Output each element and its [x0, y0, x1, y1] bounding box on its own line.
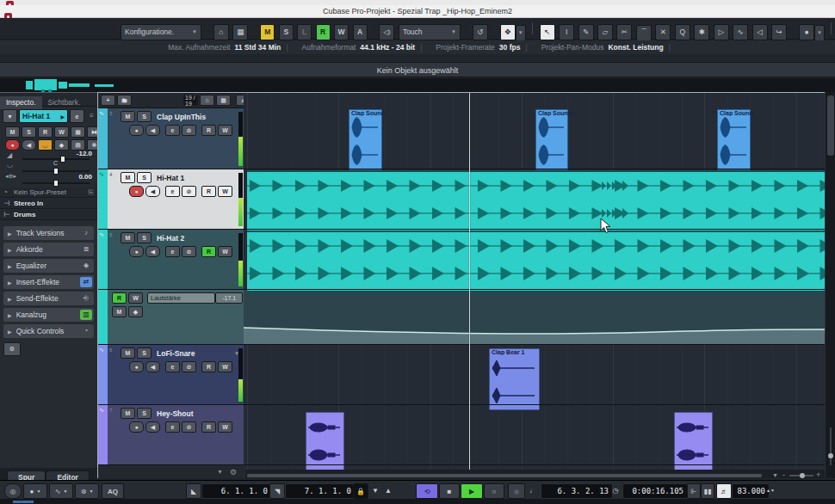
- horizontal-scrollbar[interactable]: [247, 474, 762, 477]
- write-automation-button[interactable]: W: [218, 246, 232, 257]
- midi-record-mode-dropdown[interactable]: ⊛▼: [75, 483, 99, 499]
- global-mute-button[interactable]: M: [260, 24, 275, 40]
- crossfade-tool-icon[interactable]: ✥: [500, 24, 516, 40]
- track-name[interactable]: Hey-Shout: [157, 409, 194, 418]
- record-enable-button[interactable]: ●: [129, 421, 144, 433]
- primary-time-display[interactable]: 6. 3. 2. 13: [541, 483, 613, 499]
- section-track-versions[interactable]: ▶Track Versions♪: [3, 226, 94, 240]
- cycle-button[interactable]: ⟲: [416, 483, 438, 499]
- setup-window-layout-icon[interactable]: ▦: [232, 24, 248, 40]
- freeze-button[interactable]: ⊘: [182, 246, 196, 257]
- mute-button[interactable]: M: [121, 232, 135, 243]
- section-chords[interactable]: ▶Akkorde≣: [3, 243, 94, 256]
- solo-button[interactable]: S: [137, 347, 152, 359]
- solo-button[interactable]: S: [137, 111, 152, 122]
- mute-button[interactable]: M: [121, 172, 135, 183]
- mute-button[interactable]: M: [121, 347, 135, 359]
- play-button[interactable]: ▶: [461, 483, 483, 499]
- add-track-button[interactable]: +: [101, 95, 115, 106]
- monitor-button[interactable]: ◀: [145, 186, 160, 197]
- project-overview-strip[interactable]: [0, 78, 835, 92]
- workspace-dropdown[interactable]: Konfiguratione.▼: [121, 24, 201, 40]
- track-scale-chevron[interactable]: ▼: [217, 469, 223, 475]
- goto-right-locator-button[interactable]: ◥: [269, 483, 285, 499]
- track-header-hey-shout[interactable]: ∿ 7 M S Hey-Shout ● ◀ e ⊘ R W: [98, 405, 244, 465]
- automation-curve[interactable]: [244, 290, 825, 345]
- freeze-button[interactable]: ⊘: [182, 421, 196, 433]
- grid-icon[interactable]: ▦: [216, 95, 231, 106]
- section-channel-strip[interactable]: ▶Kanalzug▥: [3, 308, 94, 322]
- audio-clip-clap-sound[interactable]: Clap Sound: [717, 109, 751, 170]
- auto-scroll-icon[interactable]: ↺: [473, 24, 488, 40]
- track-header-lofi-snare[interactable]: ∿ 6 M S LoFi-Snare ▼ ● ◀ e ⊘ R W: [98, 345, 244, 405]
- read-automation-button[interactable]: R: [201, 421, 216, 433]
- auto-quantize-button[interactable]: AQ: [102, 483, 124, 499]
- pan-slider[interactable]: [22, 170, 90, 172]
- audio-clip-hey-shout[interactable]: [306, 412, 344, 470]
- draw-tool[interactable]: ✎: [578, 24, 594, 40]
- glue-tool[interactable]: ⌒: [636, 25, 652, 41]
- lane-display-icon[interactable]: ▦: [71, 126, 85, 138]
- monitor-button[interactable]: ◀: [145, 361, 160, 372]
- activate-project-icon[interactable]: ⌂: [213, 24, 229, 40]
- read-automation-button[interactable]: R: [112, 292, 127, 304]
- track-color-strip[interactable]: ∿: [98, 169, 108, 229]
- read-automation-button[interactable]: R: [201, 246, 216, 257]
- title-bar[interactable]: Cubase Pro-Projekt - Spezial Trap _Hip-H…: [0, 5, 835, 18]
- write-automation-button[interactable]: W: [218, 186, 232, 197]
- track-preset-row[interactable]: ◔Kein Spur-Preset⎘: [0, 187, 97, 198]
- play-tool[interactable]: ▷: [714, 24, 729, 40]
- split-tool[interactable]: ✂: [616, 24, 632, 40]
- edit-channel-button[interactable]: e: [165, 186, 180, 197]
- global-listen-button[interactable]: L: [297, 24, 312, 40]
- output-routing-row[interactable]: ⊢Drums: [0, 210, 97, 220]
- punch-in-icon[interactable]: ▼: [369, 483, 381, 497]
- write-automation-button[interactable]: W: [54, 126, 69, 138]
- vertical-scrollbar[interactable]: [825, 92, 835, 478]
- track-header-hihat1[interactable]: ∿ 4 M S Hi-Hat 1 ● ◀ e ⊘ R W: [98, 169, 244, 230]
- automation-parameter-dropdown[interactable]: Lautstärke: [147, 292, 215, 304]
- section-send-effects[interactable]: ▶Send-Effekte⎆: [3, 292, 94, 305]
- solo-button[interactable]: S: [22, 126, 36, 138]
- solo-button[interactable]: S: [137, 172, 152, 183]
- automation-mode-dropdown[interactable]: Touch▼: [399, 24, 461, 40]
- track-color-strip[interactable]: ∿: [98, 230, 108, 289]
- section-equalizer[interactable]: ▶Equalizer◈: [3, 259, 94, 273]
- audio-clip-clap-sound[interactable]: Clap Sound: [349, 109, 382, 170]
- input-routing-row[interactable]: ⊣Stereo In: [0, 199, 97, 209]
- collapse-track-chevron[interactable]: ▼: [3, 109, 17, 123]
- freeze-button[interactable]: ⊘: [182, 361, 196, 372]
- edit-channel-button[interactable]: e: [165, 125, 180, 136]
- edit-channel-button[interactable]: e: [165, 246, 180, 257]
- write-automation-button[interactable]: W: [218, 421, 232, 433]
- mute-button[interactable]: M: [121, 408, 135, 419]
- vertical-zoom-slider[interactable]: [830, 427, 832, 465]
- global-read-button[interactable]: R: [316, 24, 331, 40]
- read-automation-button[interactable]: R: [38, 126, 53, 138]
- audition-tool[interactable]: ◁: [752, 24, 768, 40]
- secondary-time-display[interactable]: 0:00:16.105: [622, 483, 688, 499]
- track-name[interactable]: Hi-Hat 2: [157, 234, 184, 243]
- read-automation-button[interactable]: R: [201, 361, 216, 372]
- event-display[interactable]: Clap Sound Clap Sound Clap Sound Clap Be…: [244, 92, 825, 478]
- tab-inspector[interactable]: Inspecto.: [0, 96, 42, 109]
- track-name[interactable]: Hi-Hat 1: [157, 174, 184, 182]
- write-automation-button[interactable]: W: [218, 125, 232, 136]
- zoom-in-icon[interactable]: +: [816, 470, 820, 478]
- track-name[interactable]: Clap UpInThis: [157, 113, 206, 121]
- audio-clip-clap-sound[interactable]: Clap Sound: [535, 109, 568, 170]
- track-presets-icon[interactable]: 🖿: [117, 95, 132, 106]
- track-settings-gear-icon[interactable]: ⚙: [230, 468, 237, 476]
- global-write-button[interactable]: W: [334, 24, 349, 40]
- suspend-automation-button[interactable]: A: [353, 24, 368, 40]
- stop-button[interactable]: ■: [439, 483, 460, 499]
- write-automation-button[interactable]: W: [128, 292, 143, 304]
- track-header-hihat2[interactable]: ∿ 5 M S Hi-Hat 2 ● ◀ e ⊘ R W: [98, 230, 244, 290]
- arranger-stop-icon[interactable]: ▮▮: [701, 483, 714, 499]
- primary-time-format-icon[interactable]: ♩: [527, 483, 539, 497]
- automation-panel-icon[interactable]: ◁): [379, 24, 394, 40]
- comp-tool[interactable]: ✱: [694, 24, 709, 40]
- record-enable-button[interactable]: ●: [129, 246, 144, 257]
- object-selection-tool[interactable]: ↖: [540, 24, 555, 40]
- record-mode-dropdown[interactable]: ●▼: [23, 483, 47, 499]
